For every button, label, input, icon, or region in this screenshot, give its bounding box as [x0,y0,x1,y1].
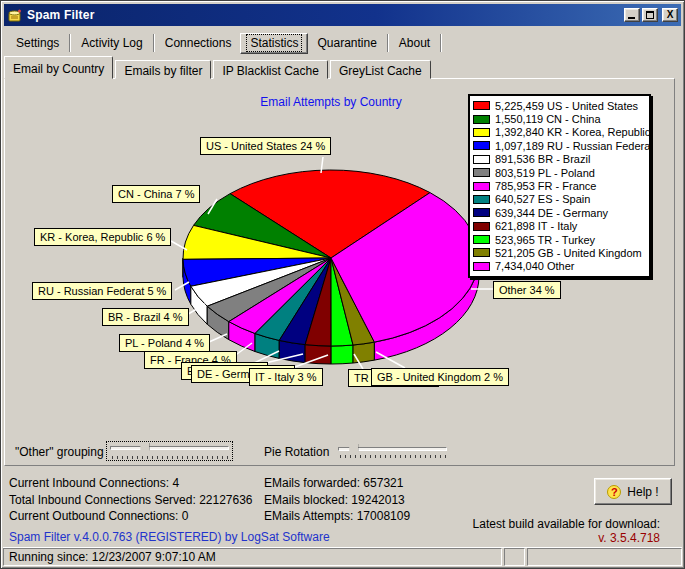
subtab-label: Email by Country [13,62,104,76]
slider-channel [110,446,229,450]
subtab-greylist-cache[interactable]: GreyList Cache [330,60,431,79]
close-button[interactable]: X [662,8,678,22]
slider-ticks [112,456,228,459]
stat-line: EMails forwarded: 657321 [264,475,410,492]
legend-label: 639,344 DE - Germany [495,207,608,219]
window-title: Spam Filter [27,8,95,22]
minimize-icon [628,17,635,19]
tab-quarantine[interactable]: Quarantine [308,33,385,54]
legend-item: 523,965 TR - Turkey [473,233,646,246]
tab-separator [387,34,389,52]
pie-rotation-slider[interactable] [335,443,450,459]
pie-callout-br: BR - Brazil 4 % [102,308,189,326]
legend-item: 803,519 PL - Poland [473,166,646,179]
legend-swatch [473,155,490,164]
status-running-since: Running since: 12/23/2007 9:07:10 AM [3,548,502,566]
tab-label: Settings [16,36,59,50]
legend-label: 891,536 BR - Brazil [495,153,590,165]
tab-about[interactable]: About [390,33,439,54]
tab-settings[interactable]: Settings [7,33,68,54]
tab-separator [440,34,442,52]
tab-label: About [399,36,430,50]
tab-connections[interactable]: Connections [156,33,241,54]
legend-swatch [473,101,490,110]
chart-title: Email Attempts by Country [231,95,431,109]
legend-swatch [473,195,490,204]
maximize-button[interactable] [642,8,658,22]
pie-callout-kr: KR - Korea, Republic 6 % [34,228,171,246]
legend-swatch [473,208,490,217]
tab-activity-log[interactable]: Activity Log [72,33,151,54]
pie-callout-us: US - United States 24 % [200,137,331,155]
legend-label: 785,953 FR - France [495,180,597,192]
stat-line: Current Outbound Connections: 0 [9,508,253,525]
stat-line: Current Inbound Connections: 4 [9,475,253,492]
question-icon: ? [607,485,621,499]
legend-swatch [473,115,490,124]
tab-statistics[interactable]: Statistics [240,33,308,54]
registered-version-link[interactable]: Spam Filter v.4.0.0.763 (REGISTERED) by … [9,530,330,544]
subtab-email-by-country[interactable]: Email by Country [4,56,113,79]
legend-label: 523,965 TR - Turkey [495,234,595,246]
help-button-label: Help ! [627,485,658,499]
legend-swatch [473,182,490,191]
legend-label: 803,519 PL - Poland [495,167,595,179]
subtab-label: Emails by filter [124,64,202,78]
pie-callout-it: IT - Italy 3 % [249,368,323,386]
status-panel-3 [527,548,682,566]
legend-item: 521,205 GB - United Kingdom [473,246,646,259]
stat-line: EMails Attempts: 17008109 [264,508,410,525]
other-grouping-slider[interactable] [107,442,232,460]
pie-callout-cn: CN - China 7 % [112,185,200,203]
legend-label: 5,225,459 US - United States [495,100,638,112]
legend-label: 640,527 ES - Spain [495,193,590,205]
main-tabbar: SettingsActivity LogConnectionsStatistic… [7,31,443,55]
pie-callout-gb: GB - United Kingdom 2 % [371,368,509,386]
status-bar: Running since: 12/23/2007 9:07:10 AM [3,547,682,566]
legend-label: 1,392,840 KR - Korea, Republic [495,126,650,138]
legend-item: 1,392,840 KR - Korea, Republic [473,126,646,139]
stats-emails-column: EMails forwarded: 657321EMails blocked: … [264,475,410,525]
pie-rotation-label: Pie Rotation [264,445,329,459]
latest-build-version: v. 3.5.4.718 [473,531,660,545]
latest-build-text: Latest build available for download: [473,517,660,531]
app-icon [7,7,23,23]
legend-label: 1,550,119 CN - China [495,113,601,125]
legend-item: 640,527 ES - Spain [473,193,646,206]
tab-separator [153,34,155,52]
chart-legend: 5,225,459 US - United States1,550,119 CN… [468,94,651,278]
legend-label: 1,097,189 RU - Russian Federat [495,140,651,152]
legend-item: 891,536 BR - Brazil [473,153,646,166]
tab-separator [69,34,71,52]
subtab-emails-by-filter[interactable]: Emails by filter [115,60,211,79]
legend-item: 621,898 IT - Italy [473,220,646,233]
stats-inbound-column: Current Inbound Connections: 4Total Inbo… [9,475,253,525]
subtab-ip-blacklist-cache[interactable]: IP Blacklist Cache [213,60,328,79]
titlebar: Spam Filter X [4,4,681,26]
stat-line: EMails blocked: 19242013 [264,492,410,509]
statistics-subtabbar: Email by CountryEmails by filterIP Black… [4,56,433,79]
legend-swatch [473,235,490,244]
legend-label: 621,898 IT - Italy [495,220,577,232]
legend-item: 5,225,459 US - United States [473,99,646,112]
legend-item: 7,434,040 Other [473,260,646,273]
latest-build-info: Latest build available for download: v. … [473,517,660,545]
legend-swatch [473,141,490,150]
legend-item: 639,344 DE - Germany [473,206,646,219]
help-button[interactable]: ? Help ! [594,478,672,505]
minimize-button[interactable] [624,8,640,22]
tab-label: Quarantine [317,36,376,50]
pie-callout-other: Other 34 % [493,281,561,299]
legend-swatch [473,168,490,177]
legend-item: 1,097,189 RU - Russian Federat [473,139,646,152]
slider-thumb[interactable] [140,442,149,455]
legend-item: 785,953 FR - France [473,179,646,192]
pie-callout-pl: PL - Poland 4 % [119,334,210,352]
running-since-text: Running since: 12/23/2007 9:07:10 AM [9,550,216,564]
tab-label: Activity Log [81,36,142,50]
other-grouping-label: "Other" grouping [15,445,104,459]
legend-item: 1,550,119 CN - China [473,112,646,125]
legend-label: 7,434,040 Other [495,260,575,272]
maximize-icon [646,11,654,19]
subtab-label: IP Blacklist Cache [222,64,319,78]
